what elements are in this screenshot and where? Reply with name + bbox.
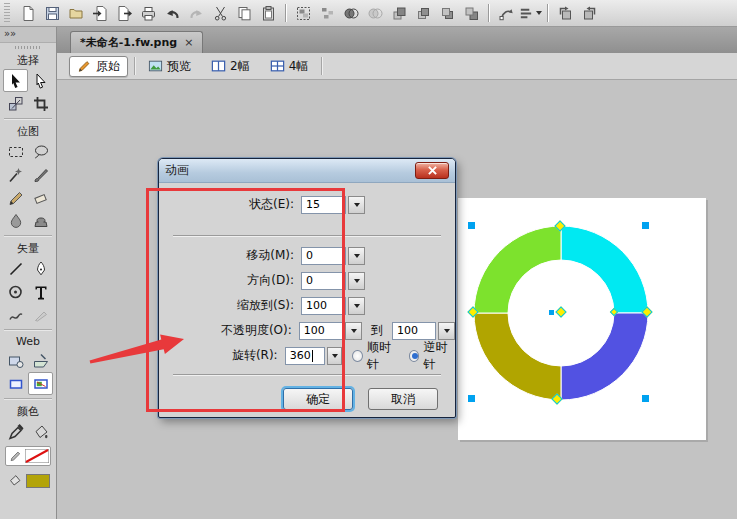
paste-icon[interactable]	[256, 2, 280, 24]
center-anchor-square[interactable]	[549, 310, 554, 315]
rotate-90-cw-icon[interactable]	[577, 2, 601, 24]
selection-handle-bottom-right[interactable]	[642, 395, 649, 402]
donut-segment-bottom-left[interactable]	[474, 313, 561, 400]
freeform-tool[interactable]	[3, 303, 28, 326]
direction-dropdown-button[interactable]	[348, 272, 365, 290]
send-to-back-icon[interactable]	[459, 2, 483, 24]
send-backward-icon[interactable]	[435, 2, 459, 24]
panel-grip[interactable]	[0, 43, 56, 51]
section-label-bitmap: 位图	[0, 122, 56, 140]
panel-collapse-chevrons-icon[interactable]: »»	[0, 27, 56, 43]
opacity-from-input[interactable]: 100	[299, 322, 343, 340]
hotspot-tool[interactable]	[3, 349, 28, 372]
two-up-view-button[interactable]: 2幅	[204, 56, 257, 77]
subselection-tool[interactable]	[28, 69, 53, 92]
dialog-title-bar[interactable]: 动画	[159, 159, 455, 183]
direction-input[interactable]: 0	[301, 272, 346, 290]
chevron-down-icon	[351, 329, 357, 333]
donut-segment-top-right[interactable]	[561, 226, 648, 313]
print-icon[interactable]	[136, 2, 160, 24]
cut-icon[interactable]	[208, 2, 232, 24]
export-icon[interactable]	[112, 2, 136, 24]
toolbar-grip[interactable]	[4, 3, 10, 23]
selection-handle-top-right[interactable]	[642, 222, 649, 229]
crop-tool[interactable]	[28, 92, 53, 115]
rotate-input[interactable]: 360	[285, 347, 325, 365]
text-tool[interactable]	[28, 280, 53, 303]
brush-tool[interactable]	[28, 163, 53, 186]
clockwise-radio[interactable]	[352, 350, 363, 362]
ellipse-tool[interactable]	[3, 280, 28, 303]
eraser-tool[interactable]	[28, 186, 53, 209]
split-shapes-icon[interactable]	[363, 2, 387, 24]
fill-color-well[interactable]	[0, 469, 56, 492]
pen-tool[interactable]	[28, 257, 53, 280]
four-up-view-button[interactable]: 4幅	[263, 56, 316, 77]
opacity-from-dropdown-button[interactable]	[345, 322, 362, 340]
scale-tool[interactable]	[3, 92, 28, 115]
stroke-color-swatch[interactable]	[25, 449, 47, 463]
open-icon[interactable]	[64, 2, 88, 24]
document-tab[interactable]: *未命名-1.fw.png ×	[70, 31, 203, 53]
marquee-tool[interactable]	[3, 140, 28, 163]
magic-wand-tool[interactable]	[3, 163, 28, 186]
save-icon[interactable]	[40, 2, 64, 24]
align-icon[interactable]	[518, 2, 542, 24]
group-icon[interactable]	[291, 2, 315, 24]
selection-handle-top-left[interactable]	[468, 222, 475, 229]
import-icon[interactable]	[88, 2, 112, 24]
preview-view-button[interactable]: 预览	[141, 56, 198, 77]
move-dropdown-button[interactable]	[348, 247, 365, 265]
undo-icon[interactable]	[160, 2, 184, 24]
rotate-90-ccw-icon[interactable]	[553, 2, 577, 24]
donut-shape[interactable]	[458, 198, 706, 440]
show-slices-tool[interactable]	[28, 372, 53, 395]
main-toolbar	[0, 0, 737, 27]
canvas[interactable]	[458, 198, 706, 440]
pointer-tool[interactable]	[3, 69, 28, 92]
ungroup-icon[interactable]	[315, 2, 339, 24]
cancel-button[interactable]: 取消	[368, 388, 438, 410]
redo-icon[interactable]	[184, 2, 208, 24]
new-document-icon[interactable]	[16, 2, 40, 24]
state-input[interactable]: 15	[301, 196, 346, 214]
rotate-dropdown-button[interactable]	[327, 347, 342, 365]
move-input[interactable]: 0	[301, 247, 346, 265]
donut-segment-top-left[interactable]	[474, 226, 561, 313]
donut-segment-bottom-right[interactable]	[561, 313, 648, 400]
eyedropper-tool[interactable]	[3, 420, 28, 443]
paint-bucket-tool[interactable]	[28, 420, 53, 443]
chevron-down-icon	[332, 354, 338, 358]
counterclockwise-radio[interactable]	[409, 350, 420, 362]
state-dropdown-button[interactable]	[348, 196, 365, 214]
copy-icon[interactable]	[232, 2, 256, 24]
clockwise-label: 顺时针	[367, 339, 399, 373]
combine-shapes-icon[interactable]	[339, 2, 363, 24]
original-view-label: 原始	[96, 58, 120, 75]
dialog-close-button[interactable]	[415, 162, 449, 179]
stroke-color-well[interactable]	[5, 446, 51, 466]
knife-tool[interactable]	[28, 303, 53, 326]
ok-button[interactable]: 确定	[283, 388, 353, 410]
scale-input[interactable]: 100	[301, 297, 346, 315]
pencil-tool[interactable]	[3, 186, 28, 209]
fill-color-swatch[interactable]	[26, 474, 50, 488]
scale-dropdown-button[interactable]	[348, 297, 365, 315]
section-divider	[4, 398, 52, 399]
line-tool[interactable]	[3, 257, 28, 280]
lasso-tool[interactable]	[28, 140, 53, 163]
blur-tool[interactable]	[3, 209, 28, 232]
selection-handle-bottom-left[interactable]	[468, 395, 475, 402]
document-tab-title: *未命名-1.fw.png	[80, 35, 177, 50]
counterclockwise-label: 逆时针	[423, 339, 455, 373]
bring-to-front-icon[interactable]	[387, 2, 411, 24]
original-view-button[interactable]: 原始	[69, 56, 128, 77]
rubber-stamp-tool[interactable]	[28, 209, 53, 232]
slice-tool[interactable]	[28, 349, 53, 372]
opacity-to-dropdown-button[interactable]	[438, 322, 455, 340]
free-transform-icon[interactable]	[494, 2, 518, 24]
tab-close-icon[interactable]: ×	[184, 36, 193, 49]
hide-slices-tool[interactable]	[3, 372, 28, 395]
bring-forward-icon[interactable]	[411, 2, 435, 24]
opacity-to-input[interactable]: 100	[392, 322, 436, 340]
